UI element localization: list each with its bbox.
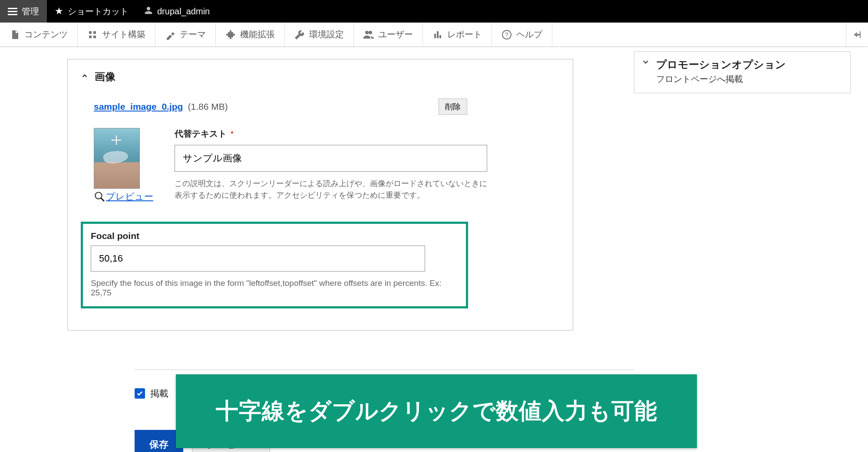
toolbar-shortcuts-label: ショートカット [68, 6, 129, 17]
toolbar-shortcuts[interactable]: ★ ショートカット [47, 0, 136, 23]
page-icon [10, 29, 20, 40]
nav-people-label: ユーザー [378, 29, 413, 40]
toolbar-user-label: drupal_admin [157, 7, 210, 16]
published-checkbox[interactable] [135, 388, 145, 399]
svg-line-3 [101, 198, 104, 201]
nav-appearance[interactable]: テーマ [155, 23, 216, 46]
nav-spacer [552, 23, 846, 46]
panel-title: 画像 [95, 70, 116, 84]
nav-structure-label: サイト構築 [102, 29, 145, 40]
chevron-up-icon [81, 72, 89, 82]
annotation-overlay: 十字線をダブルクリックで数値入力も可能 [176, 374, 697, 448]
image-thumbnail[interactable] [94, 128, 140, 189]
nav-structure[interactable]: サイト構築 [78, 23, 155, 46]
sidebar-item-title: プロモーションオプション [656, 58, 842, 72]
brush-icon [165, 29, 175, 40]
nav-reports[interactable]: レポート [423, 23, 492, 46]
nav-help-label: ヘルプ [516, 29, 542, 40]
chart-icon [432, 29, 443, 40]
nav-config-label: 環境設定 [309, 29, 344, 40]
chevron-down-icon [641, 58, 650, 69]
focal-point-section: Focal point Specify the focus of this im… [81, 222, 468, 308]
toolbar-manage[interactable]: 管理 [0, 0, 47, 23]
toolbar-manage-label: 管理 [22, 6, 39, 17]
divider [135, 370, 634, 370]
person-icon [144, 6, 153, 17]
toolbar-user[interactable]: drupal_admin [136, 0, 218, 23]
magnifier-icon [94, 191, 105, 202]
sidebar-item-subtitle: フロントページへ掲載 [656, 73, 842, 85]
required-marker: * [231, 130, 234, 138]
focal-point-crosshair[interactable] [112, 135, 121, 145]
nav-config[interactable]: 環境設定 [285, 23, 354, 46]
preview-link[interactable]: プレビュー [106, 190, 153, 203]
image-field-panel: 画像 sample_image_0.jpg (1.86 MB) 削除 [67, 59, 573, 331]
file-size: (1.86 MB) [188, 102, 228, 111]
focal-point-input[interactable] [91, 246, 425, 272]
panel-toggle[interactable]: 画像 [81, 70, 560, 84]
nav-help[interactable]: ? ヘルプ [492, 23, 552, 46]
alt-text-input[interactable] [175, 145, 487, 172]
structure-icon [87, 29, 98, 40]
admin-toolbar: 管理 ★ ショートカット drupal_admin [0, 0, 868, 23]
help-icon: ? [502, 29, 512, 40]
sidebar-promotion-options[interactable]: プロモーションオプション フロントページへ掲載 [634, 51, 851, 93]
remove-button[interactable]: 削除 [439, 98, 467, 115]
puzzle-icon [225, 29, 236, 40]
collapse-icon [852, 29, 862, 40]
nav-content-label: コンテンツ [24, 29, 68, 40]
check-icon [136, 390, 143, 397]
nav-extend[interactable]: 機能拡張 [216, 23, 285, 46]
hamburger-icon [8, 6, 17, 17]
admin-menu: コンテンツ サイト構築 テーマ 機能拡張 環境設定 ユーザー レポート ? ヘル… [0, 23, 868, 47]
nav-reports-label: レポート [447, 29, 482, 40]
svg-text:?: ? [505, 31, 508, 38]
nav-collapse-button[interactable] [846, 23, 868, 46]
wrench-icon [294, 29, 305, 40]
nav-content[interactable]: コンテンツ [0, 23, 78, 46]
svg-point-2 [95, 192, 102, 199]
alt-text-label: 代替テキスト [175, 129, 227, 138]
nav-people[interactable]: ユーザー [354, 23, 423, 46]
nav-extend-label: 機能拡張 [240, 29, 275, 40]
focal-point-help: Specify the focus of this image in the f… [91, 278, 458, 298]
alt-text-help: この説明文は、スクリーンリーダーによる読み上げや、画像がロードされていないときに… [175, 178, 487, 201]
published-label: 掲載 [150, 387, 168, 400]
nav-appearance-label: テーマ [180, 29, 206, 40]
focal-point-label: Focal point [91, 231, 458, 241]
star-icon: ★ [55, 6, 63, 17]
people-icon [363, 29, 374, 40]
file-link[interactable]: sample_image_0.jpg [94, 102, 183, 111]
